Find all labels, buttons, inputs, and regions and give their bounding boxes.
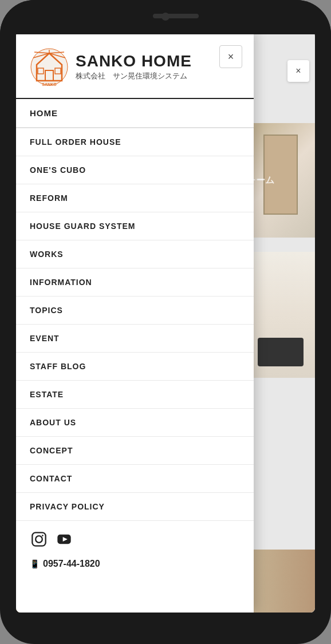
logo-name-jp: 株式会社 サン晃住環境システム bbox=[76, 71, 192, 81]
nav-item-privacy: PRIVACY POLICY bbox=[16, 493, 254, 521]
nav-link-privacy[interactable]: PRIVACY POLICY bbox=[16, 493, 254, 520]
svg-text:SANKO: SANKO bbox=[42, 82, 57, 86]
nav-item-about-us: ABOUT US bbox=[16, 409, 254, 437]
phone-icon: 📱 bbox=[30, 559, 40, 568]
svg-point-12 bbox=[36, 536, 42, 543]
nav-item-ones-cubo: ONE'S CUBO bbox=[16, 156, 254, 184]
nav-link-house-guard[interactable]: HOUSE GUARD SYSTEM bbox=[16, 212, 254, 240]
screen: リフォーム × × bbox=[16, 31, 315, 613]
nav-link-concept[interactable]: CONCEPT bbox=[16, 437, 254, 464]
nav-link-home[interactable]: HOME bbox=[16, 99, 254, 127]
nav-list: HOME FULL ORDER HOUSE ONE'S CUBO REFORM … bbox=[16, 98, 254, 521]
nav-link-event[interactable]: EVENT bbox=[16, 325, 254, 352]
bg-close-button[interactable]: × bbox=[287, 60, 309, 82]
logo-name-en: SANKO HOME bbox=[76, 53, 192, 70]
phone-speaker bbox=[153, 14, 199, 18]
phone-top-bar bbox=[0, 0, 331, 34]
nav-item-reform: REFORM bbox=[16, 184, 254, 212]
nav-item-topics: TOPICS bbox=[16, 297, 254, 325]
nav-link-contact[interactable]: CONTACT bbox=[16, 465, 254, 492]
menu-overlay: × bbox=[16, 31, 254, 613]
nav-link-staff-blog[interactable]: STAFF BLOG bbox=[16, 353, 254, 380]
logo-area: SANKO SANKO HOME 株式会社 サン晃住環境システム bbox=[16, 31, 254, 98]
nav-link-about-us[interactable]: ABOUT US bbox=[16, 409, 254, 436]
bg-close-icon: × bbox=[295, 66, 301, 76]
svg-rect-11 bbox=[32, 532, 45, 546]
nav-link-ones-cubo[interactable]: ONE'S CUBO bbox=[16, 156, 254, 184]
close-icon: × bbox=[228, 52, 234, 62]
nav-item-estate: ESTATE bbox=[16, 381, 254, 409]
nav-item-event: EVENT bbox=[16, 325, 254, 353]
instagram-icon[interactable] bbox=[30, 530, 48, 548]
nav-link-full-order[interactable]: FULL ORDER HOUSE bbox=[16, 128, 254, 156]
nav-item-concept: CONCEPT bbox=[16, 437, 254, 465]
menu-close-button[interactable]: × bbox=[219, 45, 242, 68]
nav-link-topics[interactable]: TOPICS bbox=[16, 297, 254, 324]
phone-frame: リフォーム × × bbox=[0, 0, 331, 644]
bg-tv-shape bbox=[258, 338, 304, 366]
youtube-icon[interactable] bbox=[55, 530, 73, 548]
nav-item-information: INFORMATION bbox=[16, 268, 254, 297]
nav-item-home: HOME bbox=[16, 98, 254, 128]
phone-number-area[interactable]: 📱 0957-44-1820 bbox=[16, 554, 254, 583]
main-nav: HOME FULL ORDER HOUSE ONE'S CUBO REFORM … bbox=[16, 98, 254, 521]
nav-link-estate[interactable]: ESTATE bbox=[16, 381, 254, 408]
logo-icon: SANKO bbox=[30, 48, 69, 86]
nav-item-staff-blog: STAFF BLOG bbox=[16, 353, 254, 381]
svg-point-13 bbox=[42, 535, 44, 536]
nav-link-reform[interactable]: REFORM bbox=[16, 184, 254, 212]
phone-number-text: 0957-44-1820 bbox=[43, 559, 100, 569]
nav-item-contact: CONTACT bbox=[16, 465, 254, 493]
nav-item-works: WORKS bbox=[16, 240, 254, 268]
nav-link-information[interactable]: INFORMATION bbox=[16, 268, 254, 296]
nav-link-works[interactable]: WORKS bbox=[16, 240, 254, 268]
nav-item-house-guard: HOUSE GUARD SYSTEM bbox=[16, 212, 254, 240]
logo-text-block: SANKO HOME 株式会社 サン晃住環境システム bbox=[76, 53, 192, 82]
nav-item-full-order: FULL ORDER HOUSE bbox=[16, 128, 254, 156]
social-section bbox=[16, 521, 254, 554]
